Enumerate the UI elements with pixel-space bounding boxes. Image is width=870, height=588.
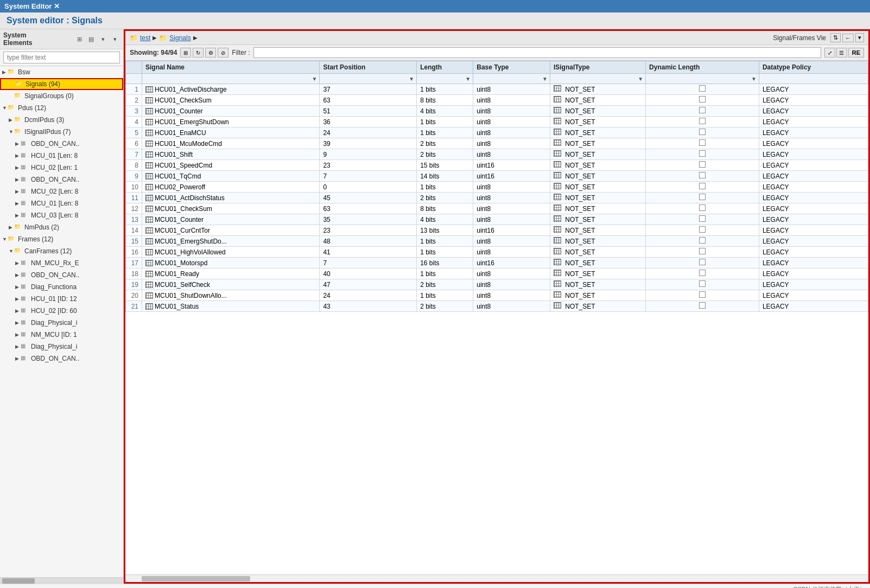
dynamic-length-cell[interactable] <box>646 127 759 138</box>
dynamic-length-cell[interactable] <box>646 225 759 236</box>
tree-item-hcu01[interactable]: ▶▦HCU_01 [Len: 8 <box>0 150 123 162</box>
settings-icon-btn[interactable]: ⚙ <box>205 48 216 57</box>
left-scrollbar[interactable] <box>0 577 123 584</box>
funnel-dynamic[interactable]: ▼ <box>751 76 757 82</box>
dynamic-length-checkbox[interactable] <box>699 85 706 92</box>
export-icon-btn[interactable]: ⊞ <box>180 48 191 57</box>
dynamic-length-checkbox[interactable] <box>699 107 706 113</box>
table-row[interactable]: 14 MCU01_CurCntTor 23 13 bits uint16 NOT… <box>126 225 868 236</box>
signal-name-cell[interactable]: MCU01_EmergShutDo... <box>142 236 320 247</box>
signal-name-cell[interactable]: MCU01_CurCntTor <box>142 225 320 236</box>
signal-name-cell[interactable]: HCU01_EmergShutDown <box>142 117 320 127</box>
dynamic-length-cell[interactable] <box>646 269 759 279</box>
filter-cols-btn[interactable]: ☰ <box>836 48 847 57</box>
tree-item-nm_mcu[interactable]: ▶▦NM_MCU [ID: 1 <box>0 329 123 341</box>
dynamic-length-checkbox[interactable] <box>699 280 706 287</box>
dynamic-length-checkbox[interactable] <box>699 302 706 309</box>
table-row[interactable]: 11 MCU01_ActDischStatus 45 2 bits uint8 … <box>126 193 868 203</box>
funnel-isignal[interactable]: ▼ <box>638 76 643 82</box>
signal-name-cell[interactable]: MCU01_ActDischStatus <box>142 193 320 203</box>
dynamic-length-cell[interactable] <box>646 171 759 182</box>
breadcrumb-signals[interactable]: Signals <box>169 34 190 42</box>
funnel-start[interactable]: ▼ <box>409 76 414 82</box>
view-sort-btn[interactable]: ⇅ <box>830 33 841 42</box>
dynamic-length-checkbox[interactable] <box>699 194 706 200</box>
filter-expand-btn[interactable]: ⤢ <box>824 48 835 57</box>
tree-item-hcu02[interactable]: ▶▦HCU_02 [Len: 1 <box>0 162 123 174</box>
dynamic-length-cell[interactable] <box>646 214 759 225</box>
table-row[interactable]: 16 MCU01_HighVolAllowed 41 1 bits uint8 … <box>126 247 868 258</box>
dynamic-length-checkbox[interactable] <box>699 161 706 168</box>
table-row[interactable]: 19 MCU01_SelfCheck 47 2 bits uint8 NOT_S… <box>126 279 868 290</box>
signal-name-cell[interactable]: HCU01_Shift <box>142 149 320 160</box>
tree-item-frames[interactable]: ▼📁Frames (12) <box>0 233 123 245</box>
funnel-length[interactable]: ▼ <box>465 76 471 82</box>
signal-name-cell[interactable]: HCU01_McuModeCmd <box>142 138 320 149</box>
table-row[interactable]: 5 HCU01_EnaMCU 24 1 bits uint8 NOT_SET L… <box>126 127 868 138</box>
col-datatype-policy[interactable]: Datatype Policy <box>759 61 868 74</box>
table-row[interactable]: 6 HCU01_McuModeCmd 39 2 bits uint8 NOT_S… <box>126 138 868 149</box>
grid-view-icon[interactable]: ⊞ <box>74 34 84 44</box>
funnel-base[interactable]: ▼ <box>542 76 548 82</box>
more-options-icon[interactable]: ▾ <box>110 34 120 44</box>
dynamic-length-cell[interactable] <box>646 95 759 106</box>
tree-item-hcu02_frame[interactable]: ▶▦HCU_02 [ID: 60 <box>0 305 123 317</box>
tree-container[interactable]: ▶📁Bsw📁Signals (94)📁SignalGroups (0)▼📁Pdu… <box>0 66 123 577</box>
tree-item-pdus[interactable]: ▼📁Pdus (12) <box>0 102 123 114</box>
dynamic-length-checkbox[interactable] <box>699 139 706 146</box>
signal-name-cell[interactable]: MCU01_CheckSum <box>142 203 320 214</box>
tree-item-diag_phys1[interactable]: ▶▦Diag_Physical_i <box>0 317 123 329</box>
refresh-icon-btn[interactable]: ↻ <box>193 48 204 57</box>
dynamic-length-cell[interactable] <box>646 279 759 290</box>
dynamic-length-checkbox[interactable] <box>699 215 706 222</box>
dynamic-length-checkbox[interactable] <box>699 291 706 298</box>
dynamic-length-cell[interactable] <box>646 301 759 312</box>
left-scrollbar-thumb[interactable] <box>2 578 35 584</box>
dynamic-length-cell[interactable] <box>646 258 759 269</box>
filter-dropdown-icon[interactable]: ▾ <box>98 34 108 44</box>
signal-name-cell[interactable]: MCU01_SelfCheck <box>142 279 320 290</box>
signal-name-cell[interactable]: HCU02_Poweroff <box>142 182 320 193</box>
table-container[interactable]: Signal Name Start Position Length Base T… <box>125 61 868 574</box>
tree-item-canframes[interactable]: ▼📁CanFrames (12) <box>0 245 123 257</box>
table-row[interactable]: 7 HCU01_Shift 9 2 bits uint8 NOT_SET LEG… <box>126 149 868 160</box>
tree-item-nm_mcu_rx[interactable]: ▶▦NM_MCU_Rx_E <box>0 257 123 269</box>
dynamic-length-cell[interactable] <box>646 106 759 117</box>
signal-name-cell[interactable]: MCU01_HighVolAllowed <box>142 247 320 258</box>
table-row[interactable]: 1 HCU01_ActiveDischarge 37 1 bits uint8 … <box>126 84 868 95</box>
signal-name-cell[interactable]: MCU01_Status <box>142 301 320 312</box>
signal-name-cell[interactable]: MCU01_Motorspd <box>142 258 320 269</box>
signal-name-cell[interactable]: HCU01_CheckSum <box>142 95 320 106</box>
signal-name-cell[interactable]: MCU01_ShutDownAllo... <box>142 290 320 301</box>
signal-name-cell[interactable]: HCU01_ActiveDischarge <box>142 84 320 95</box>
col-isignal-type[interactable]: ISignalType <box>550 61 645 74</box>
dynamic-length-cell[interactable] <box>646 182 759 193</box>
dynamic-length-checkbox[interactable] <box>699 248 706 254</box>
tree-item-mcu01[interactable]: ▶▦MCU_01 [Len: 8 <box>0 197 123 209</box>
dynamic-length-cell[interactable] <box>646 117 759 127</box>
table-row[interactable]: 12 MCU01_CheckSum 63 8 bits uint8 NOT_SE… <box>126 203 868 214</box>
clear-icon-btn[interactable]: ⊘ <box>218 48 228 57</box>
dynamic-length-cell[interactable] <box>646 193 759 203</box>
view-more-btn[interactable]: ▾ <box>855 33 864 42</box>
col-dynamic-length[interactable]: Dynamic Length <box>646 61 759 74</box>
tree-item-obd_can3[interactable]: ▶▦OBD_ON_CAN.. <box>0 269 123 281</box>
tree-item-signals[interactable]: 📁Signals (94) <box>0 78 123 90</box>
tree-item-nmpdus[interactable]: ▶📁NmPdus (2) <box>0 221 123 233</box>
tree-item-mcu03[interactable]: ▶▦MCU_03 [Len: 8 <box>0 209 123 221</box>
funnel-name[interactable]: ▼ <box>312 76 317 82</box>
tree-item-hcu01_frame[interactable]: ▶▦HCU_01 [ID: 12 <box>0 293 123 305</box>
col-base-type[interactable]: Base Type <box>473 61 550 74</box>
dynamic-length-cell[interactable] <box>646 138 759 149</box>
tree-filter-input[interactable] <box>3 52 120 63</box>
table-row[interactable]: 18 MCU01_Ready 40 1 bits uint8 NOT_SET L… <box>126 269 868 279</box>
tree-item-mcu02[interactable]: ▶▦MCU_02 [Len: 8 <box>0 186 123 197</box>
dynamic-length-checkbox[interactable] <box>699 183 706 189</box>
breadcrumb-test[interactable]: test <box>140 34 150 42</box>
table-row[interactable]: 2 HCU01_CheckSum 63 8 bits uint8 NOT_SET… <box>126 95 868 106</box>
signal-name-cell[interactable]: HCU01_EnaMCU <box>142 127 320 138</box>
dynamic-length-cell[interactable] <box>646 247 759 258</box>
signal-name-cell[interactable]: MCU01_Counter <box>142 214 320 225</box>
tree-item-bsw[interactable]: ▶📁Bsw <box>0 66 123 78</box>
dynamic-length-checkbox[interactable] <box>699 118 706 124</box>
